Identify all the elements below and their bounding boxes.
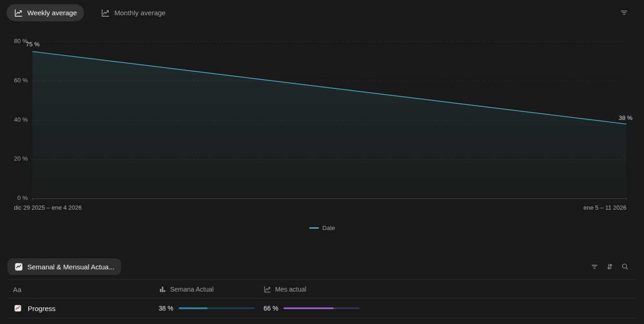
data-point-label-end: 38 % [619, 114, 632, 121]
column-header-mes-actual[interactable]: Mes actual [264, 285, 307, 293]
legend-line-swatch [309, 227, 319, 229]
area-fill [32, 51, 626, 199]
filter-icon[interactable] [590, 262, 599, 271]
semana-actual-cell: 38 % [159, 305, 173, 312]
chart-increasing-icon [14, 305, 22, 312]
table-row-progress[interactable]: Progress 38 % 66 % [7, 299, 637, 318]
y-tick-label: 80 % [0, 37, 28, 44]
mes-percent-value: 66 % [264, 305, 278, 312]
row-title: Progress [28, 305, 55, 312]
bar-chart-icon [159, 285, 166, 293]
sort-icon[interactable] [606, 262, 614, 271]
chart-and-table-view: Weekly average Monthly average [0, 0, 644, 324]
text-icon: Aa [13, 285, 21, 293]
table-toolbar [590, 262, 629, 271]
line-chart-icon [264, 285, 271, 293]
row-title-cell[interactable]: Progress [14, 305, 55, 312]
table-header-row: Aa Semana Actual Mes actual [7, 280, 637, 299]
column-header-title[interactable]: Aa [13, 285, 21, 293]
data-point-label-start: 75 % [26, 41, 40, 48]
column-header-label: Semana Actual [170, 286, 214, 293]
y-tick-label: 0 % [0, 194, 28, 201]
chart-view-icon [14, 262, 23, 271]
mes-actual-cell: 66 % [264, 305, 278, 312]
view-tab-semanal-mensual[interactable]: Semanal & Mensual Actua... [7, 258, 121, 275]
semana-progress-fill [178, 307, 208, 309]
column-header-semana-actual[interactable]: Semana Actual [159, 285, 214, 293]
x-axis-label-start: dic 29 2025 – ene 4 2026 [14, 204, 82, 211]
semana-progress-bar [178, 307, 255, 309]
search-icon[interactable] [621, 262, 629, 271]
mes-progress-bar [283, 307, 360, 309]
semana-percent-value: 38 % [159, 305, 173, 312]
y-tick-label: 60 % [0, 77, 28, 84]
y-tick-label: 20 % [0, 155, 28, 162]
chart-canvas [0, 0, 644, 213]
y-tick-label: 40 % [0, 116, 28, 123]
x-axis-label-end: ene 5 – 11 2026 [583, 204, 626, 211]
chart-legend-date[interactable]: Date [309, 224, 335, 231]
legend-label: Date [322, 224, 335, 231]
mes-progress-fill [283, 307, 334, 309]
weekly-average-chart: 80 %60 %40 %20 %0 % 75 % 38 % dic 29 202… [0, 0, 644, 241]
column-header-label: Mes actual [275, 286, 307, 293]
view-tab-label: Semanal & Mensual Actua... [27, 263, 114, 271]
